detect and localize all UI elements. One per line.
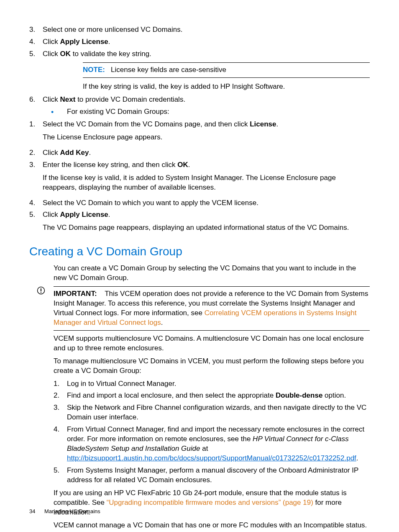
item-text: Click Apply License. The VC Domains page… [43, 210, 370, 236]
item-text: From Virtual Connect Manager, find and i… [67, 425, 370, 463]
list-item: 2. Find and import a local enclosure, an… [54, 391, 370, 401]
item-number: 3. [29, 25, 43, 35]
xref-link[interactable]: “Upgrading incompatible firmware modes a… [107, 499, 313, 506]
item-text: Enter the license key string, and then c… [43, 160, 370, 196]
list-item: 4. Select the VC Domain to which you wan… [29, 198, 370, 208]
item-number: 4. [54, 425, 67, 463]
body-block: VCEM supports multienclosure VC Domains.… [54, 334, 370, 530]
item-text: Click OK to validate the key string. [43, 49, 370, 59]
item-number: 1. [54, 379, 67, 389]
list-item: 3. Enter the license key string, and the… [29, 160, 370, 196]
item-number: 1. [29, 120, 43, 146]
section-heading: Creating a VC Domain Group [29, 244, 370, 260]
list-item: 3. Select one or more unlicensed VC Doma… [29, 25, 370, 35]
ordered-list-top-cont: 6. Click Next to provide VC Domain crede… [29, 95, 370, 105]
bullet-icon: • [51, 107, 67, 117]
list-item: 1. Log in to Virtual Connect Manager. [54, 379, 370, 389]
list-item: 4. Click Apply License. [29, 37, 370, 47]
item-text: Click Add Key. [43, 148, 370, 158]
sub-paragraph: If the license key is valid, it is added… [43, 173, 370, 193]
paragraph: VCEM supports multienclosure VC Domains.… [54, 334, 370, 353]
svg-rect-2 [41, 292, 41, 293]
item-text: Log in to Virtual Connect Manager. [67, 379, 370, 389]
note-box: NOTE: License key fields are case-sensit… [83, 62, 370, 78]
list-item: 2. Click Add Key. [29, 148, 370, 158]
page-number: 34 [29, 508, 35, 514]
bullet-item: • For existing VC Domain Groups: [51, 107, 370, 117]
paragraph: You can create a VC Domain Group by sele… [54, 264, 370, 283]
list-item: 5. Click Apply License. The VC Domains p… [29, 210, 370, 236]
item-text: Select the VC Domain from the VC Domains… [43, 120, 370, 146]
item-text: Select one or more unlicensed VC Domains… [43, 25, 370, 35]
item-number: 5. [54, 466, 67, 485]
list-item: 3. Skip the Network and Fibre Channel co… [54, 403, 370, 422]
sub-paragraph: The VC Domains page reappears, displayin… [43, 223, 370, 233]
paragraph: To manage multienclosure VC Domains in V… [54, 357, 370, 376]
paragraph: VCEM cannot manage a VC Domain that has … [54, 521, 370, 530]
list-item: 6. Click Next to provide VC Domain crede… [29, 95, 370, 105]
bullet-text: For existing VC Domain Groups: [67, 107, 169, 117]
body-block: You can create a VC Domain Group by sele… [54, 264, 370, 283]
item-text: Click Apply License. [43, 37, 370, 47]
list-item: 1. Select the VC Domain from the VC Doma… [29, 120, 370, 146]
item-text: Skip the Network and Fibre Channel confi… [67, 403, 370, 422]
ordered-list-existing: 1. Select the VC Domain from the VC Doma… [29, 120, 370, 236]
item-number: 5. [29, 210, 43, 236]
item-text: Select the VC Domain to which you want t… [43, 198, 370, 208]
item-text: Click Next to provide VC Domain credenti… [43, 95, 370, 105]
item-number: 4. [29, 37, 43, 47]
list-item: 4. From Virtual Connect Manager, find an… [54, 425, 370, 463]
item-number: 3. [29, 160, 43, 196]
important-icon [37, 286, 54, 331]
note-label: NOTE: [83, 66, 105, 74]
item-number: 3. [54, 403, 67, 422]
item-number: 5. [29, 49, 43, 59]
page-footer: 34 Managing VC Domains [29, 508, 100, 515]
ordered-list-steps: 1. Log in to Virtual Connect Manager. 2.… [54, 379, 370, 485]
svg-rect-1 [41, 288, 41, 291]
item-number: 4. [29, 198, 43, 208]
external-link[interactable]: http://bizsupport1.austin.hp.com/bc/docs… [67, 454, 356, 462]
footer-title: Managing VC Domains [44, 508, 100, 514]
item-number: 2. [54, 391, 67, 401]
paragraph: If the key string is valid, the key is a… [83, 82, 370, 92]
paragraph: If you are using an HP VC FlexFabric 10 … [54, 488, 370, 517]
important-row: IMPORTANT: This VCEM operation does not … [37, 286, 370, 331]
ordered-list-top: 3. Select one or more unlicensed VC Doma… [29, 25, 370, 59]
list-item: 5. From Systems Insight Manager, perform… [54, 466, 370, 485]
important-label: IMPORTANT: [54, 290, 97, 298]
note-container: NOTE: License key fields are case-sensit… [83, 62, 370, 92]
sub-paragraph: The License Enclosure page appears. [43, 133, 370, 142]
item-text: Find and import a local enclosure, and t… [67, 391, 370, 401]
important-box: IMPORTANT: This VCEM operation does not … [54, 286, 370, 331]
list-item: 5. Click OK to validate the key string. [29, 49, 370, 59]
note-text: License key fields are case-sensitive [111, 66, 226, 74]
item-number: 2. [29, 148, 43, 158]
item-text: From Systems Insight Manager, perform a … [67, 466, 370, 485]
item-number: 6. [29, 95, 43, 105]
